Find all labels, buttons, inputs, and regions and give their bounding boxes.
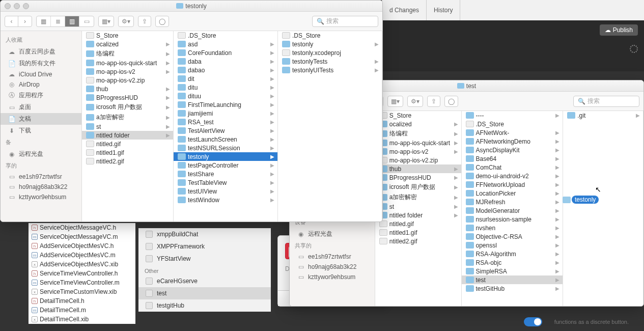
file-row[interactable]: RSA_test▶ [174,118,277,126]
file-row[interactable]: testonly▶ [174,152,277,161]
file-row[interactable]: ----▶ [462,111,563,120]
file-row[interactable]: openssl▶ [462,241,563,250]
file-row[interactable]: testGitHub▶ [462,284,563,293]
file-row[interactable]: Base64▶ [462,154,563,163]
file-row[interactable]: mo-app-ios-v2▶ [375,147,461,156]
nav-file-row[interactable]: hDetailTimeCell.h [29,296,135,306]
forward-button[interactable]: › [18,16,32,26]
nav-file-row[interactable]: hAddServiceObjectMesVC.h [29,241,135,251]
file-row[interactable]: MJRefresh▶ [462,198,563,206]
sidebar-item[interactable]: ▭kzttywor9ehbsum [290,272,375,282]
file-row[interactable]: ntitled.gif [375,219,461,228]
file-row[interactable]: st▶ [375,202,461,211]
nav-file-row[interactable]: mServiceTimeViewController.m [29,278,135,287]
file-row[interactable]: TestAlertView▶ [174,126,277,135]
file-row[interactable]: SimpleRSA▶ [462,267,563,275]
share-button[interactable]: ⇪ [427,96,440,107]
sidebar-item[interactable]: ▭ho9najg68ab3k22 [290,262,375,272]
file-row[interactable]: mo-app-ios-v2.zip [375,156,461,164]
file-row[interactable]: 络编程▶ [375,128,461,139]
file-row[interactable]: mo-app-ios-quick-start▶ [375,139,461,147]
file-row[interactable]: RSA-Algorithm▶ [462,250,563,258]
file-row[interactable]: testUIView▶ [174,187,277,196]
file-row[interactable]: icrosoft 用户数据▶ [375,182,461,192]
tab-changes[interactable]: d Changes [382,0,427,20]
nav-file-row[interactable]: mAddServiceObjectMesVC.m [29,251,135,260]
sidebar-item[interactable]: ▭ee1sh97zrtwtfsr [290,252,375,262]
file-row[interactable]: ntitled2.gif [375,237,461,245]
file-row[interactable]: demo-ui-android-v2▶ [462,172,563,180]
file-row[interactable]: .git▶ [563,111,643,120]
file-row[interactable]: LocationPicker▶ [462,189,563,198]
sidebar-item[interactable]: ⬇下载 [1,125,81,136]
action-button[interactable]: ⚙▾ [118,16,134,27]
sidebar-item[interactable]: ◎AirDrop [1,79,81,90]
nav-file-row[interactable]: xDetailTimeCell.xib [29,315,135,324]
sidebar-item[interactable]: ☁百度云同步盘 [1,46,81,58]
back-button[interactable]: ‹ [5,16,18,26]
file-row[interactable]: ocalized▶ [375,120,461,128]
file-row[interactable]: FFNetworkUpload▶ [462,180,563,189]
sidebar-item[interactable]: ◉远程光盘 [290,228,375,240]
tab-history[interactable]: History [427,0,460,20]
file-row[interactable]: ntitled.gif [82,140,173,148]
file-row[interactable]: Objective-C-RSA▶ [462,232,563,241]
file-row[interactable]: RSA-objc▶ [462,258,563,267]
file-row[interactable]: daba▶ [174,57,277,66]
action-button[interactable]: ⚙▾ [407,96,423,107]
file-row[interactable]: TestTableView▶ [174,178,277,187]
file-row[interactable]: testNSURLSession▶ [174,144,277,152]
file-row[interactable]: ModelGenerator▶ [462,206,563,215]
publish-button[interactable]: ☁ Publish [600,24,638,36]
file-row[interactable]: mo-app-ios-quick-start▶ [82,59,173,67]
file-row[interactable]: ntitled2.gif [82,157,173,166]
file-row[interactable]: testLaunchScreen▶ [174,135,277,144]
file-row[interactable]: a加密解密▶ [82,112,173,122]
target-row[interactable]: test [138,287,271,299]
file-row[interactable]: ocalized▶ [82,40,173,48]
file-row[interactable]: .DS_Store [278,31,382,40]
nav-file-row[interactable]: hServiceObjectMessageVC.h [29,223,135,232]
sidebar-item[interactable]: ▭kzttywor9ehbsum [1,192,81,202]
file-row[interactable]: S_Store [82,31,173,40]
file-row[interactable]: testWindow▶ [174,196,277,204]
sidebar-item[interactable]: 📄我的所有文件 [1,58,81,69]
tags-button[interactable]: ◯ [155,16,169,27]
sidebar-item[interactable]: ▭桌面 [1,101,81,113]
file-row[interactable]: testonly.xcodeproj [278,48,382,57]
file-row[interactable]: ntitled1.gif [82,148,173,157]
file-row[interactable]: dit▶ [174,74,277,83]
target-row[interactable]: eCareHGserve [138,275,271,287]
target-row[interactable]: YFStartView [138,253,271,265]
sidebar-item[interactable]: 📄文稿 [1,113,81,125]
file-row[interactable]: mo-app-ios-v2.zip [82,76,173,85]
file-row[interactable]: ntitled folder▶ [82,131,173,140]
file-row[interactable]: a加密解密▶ [375,192,461,202]
target-row[interactable]: xmppBuildChat [138,228,271,240]
sidebar-item[interactable]: ◉远程光盘 [1,148,81,160]
file-row[interactable]: FirstTimeLaunching▶ [174,100,277,109]
file-row[interactable]: CoreFoundation▶ [174,48,277,57]
nav-file-row[interactable]: xServiceTimeCustomView.xib [29,287,135,296]
file-row[interactable]: icrosoft 用户数据▶ [82,102,173,112]
file-row[interactable]: dabao▶ [174,66,277,74]
file-row[interactable]: BProgressHUD▶ [82,93,173,102]
sidebar-item[interactable]: ▭ee1sh97zrtwtfsr [1,172,81,182]
file-row[interactable]: testonlyTests▶ [278,57,382,66]
file-row[interactable]: jiamijiemi▶ [174,109,277,118]
file-row[interactable]: ntitled folder▶ [375,211,461,219]
window-controls[interactable] [5,3,29,9]
column-view-button[interactable]: ▥ [65,16,79,26]
file-row[interactable]: thub▶ [82,85,173,93]
gallery-view-button[interactable]: ▭ [79,16,94,26]
nav-file-row[interactable]: mServiceObjectMessageVC.m [29,232,135,241]
icon-view-button[interactable]: ▦ [37,16,51,26]
share-button[interactable]: ⇪ [138,16,151,27]
sidebar-item[interactable]: ☁iCloud Drive [1,69,81,79]
file-row[interactable]: dituu▶ [174,92,277,100]
search-input[interactable]: 🔍搜索 [312,16,378,27]
file-row[interactable]: .DS_Store [462,120,563,128]
file-row[interactable]: ComChat▶ [462,163,563,172]
file-row[interactable]: testPageController▶ [174,161,277,170]
file-row[interactable]: nvshen▶ [462,224,563,232]
